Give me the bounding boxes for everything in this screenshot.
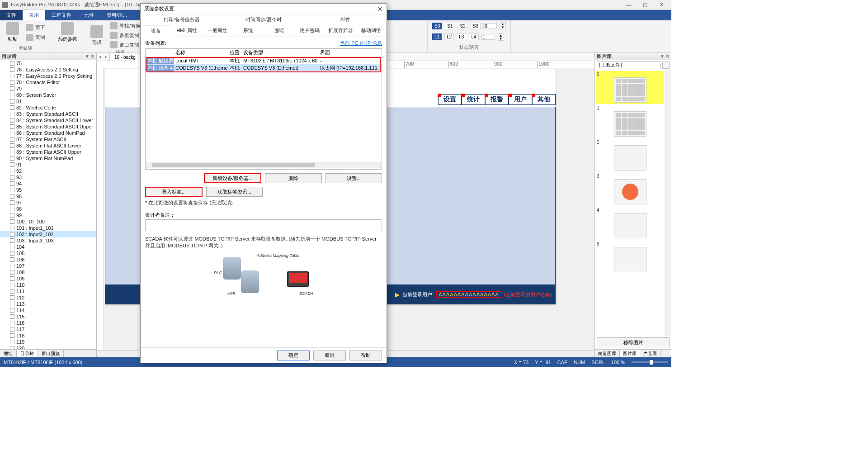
tree-item[interactable]: 79 [0,85,96,92]
thumbnail[interactable]: 5 [596,241,664,274]
search-icon[interactable] [662,62,670,69]
tree-item[interactable]: 95 [0,187,96,193]
spin-icon[interactable]: ▲▼ [500,22,506,29]
tree-item[interactable]: 114 [0,307,96,313]
sysparam-button[interactable]: 系统参数 [55,21,80,43]
copy-button[interactable]: 复制 [24,33,47,42]
tree-tab-address[interactable]: 地址 [0,350,17,357]
tree-item[interactable]: 82 : Wechat Code [0,104,96,111]
tree-item[interactable]: 99 [0,212,96,218]
tree-item[interactable]: 77 : EasyAccess 2.0 Proxy Setting [0,73,96,79]
tree-tab-preview[interactable]: 窗口预览 [38,350,64,357]
hmi-tab-user[interactable]: 用户 [509,94,532,105]
tree-item[interactable]: 120 [0,345,96,349]
tree-item[interactable]: 98 [0,206,96,212]
piclib-tab-picture[interactable]: 图片库 [620,350,640,357]
tree-item[interactable]: 101 : Input1_101 [0,225,96,231]
table-hscroll[interactable] [146,162,381,168]
tree-list[interactable]: 7576 : EasyAccess 2.0 Setting77 : EasyAc… [0,60,96,349]
thumb-scrollbar[interactable] [665,70,671,336]
select-tool-button[interactable]: 选择 [88,24,106,47]
tree-item[interactable]: 117 [0,326,96,332]
thumbnail[interactable]: 2 [596,139,664,172]
hmi-tab-other[interactable]: 其他 [532,94,556,105]
thumbnail-list[interactable]: 012345 [595,70,665,336]
tab-timesync[interactable]: 时间同步/夏令时 [222,14,304,25]
lang-l4[interactable]: L4 [469,33,478,40]
tree-tab-tree[interactable]: 目录树 [17,350,38,357]
tree-item[interactable]: 116 [0,320,96,326]
panel-close-icon[interactable]: ✕ [90,53,94,59]
state-s0[interactable]: S0 [432,23,442,29]
table-row[interactable]: 本机 触摸屏 Local HMI 本机 MT8102iE / MT8106iE … [146,57,382,64]
thumbnail[interactable]: 0 [596,71,664,104]
tab-ext[interactable]: 扩展存贮器 [325,25,356,37]
tree-item[interactable]: 96 [0,193,96,199]
tree-item[interactable]: 105 [0,250,96,256]
add-device-button[interactable]: 新增设备/服务器... [204,173,261,183]
tree-item[interactable]: 113 [0,301,96,307]
tab-system[interactable]: 系统 [233,25,264,37]
tree-item[interactable]: 108 [0,269,96,275]
tree-item[interactable]: 90 : System Flat NumPad [0,155,96,161]
thumbnail[interactable]: 4 [596,207,664,240]
state-s1[interactable]: S1 [445,23,455,29]
ok-button[interactable]: 确定 [277,351,310,360]
tree-item[interactable]: 80 : Screen Saver [0,92,96,98]
lang-l2[interactable]: L2 [444,33,454,40]
device-settings-button[interactable]: 设置... [326,173,382,183]
lang-value[interactable] [481,34,495,40]
help-button[interactable]: 帮助 [349,351,382,360]
tab-mail[interactable]: 邮件 [305,14,387,25]
tab-mobile[interactable]: 移动网络 [356,25,387,37]
tree-item[interactable]: 104 [0,244,96,250]
ribbon-tab-common[interactable]: 常用 [23,10,45,20]
tree-item[interactable]: 91 [0,161,96,168]
hmi-tab-stats[interactable]: 统计 [462,94,485,105]
piclib-tab-vector[interactable]: 向量图库 [595,350,620,357]
fetch-tags-button[interactable]: 获取标签资讯... [206,187,263,197]
tree-item[interactable]: 112 [0,294,96,301]
tree-item[interactable]: 81 [0,98,96,104]
ribbon-tab-project[interactable]: 工程文件 [45,10,78,20]
tree-item[interactable]: 106 [0,256,96,263]
hmi-tab-alarm[interactable]: 报警 [485,94,509,105]
ribbon-tab-data[interactable]: 资料/历... [100,10,133,20]
doc-tab[interactable]: 10 - backg [109,53,141,61]
device-table[interactable]: 名称 位置 设备类型 界面 本机 触摸屏 Local HMI 本机 MT8102… [145,48,382,170]
pin-icon[interactable]: ▾ [661,53,664,59]
tab-device[interactable]: 设备 [141,25,171,37]
import-tags-button[interactable]: 导入标签... [145,187,203,197]
state-s3[interactable]: S3 [471,23,481,29]
tab-remote[interactable]: 远端 [264,25,294,37]
cut-button[interactable]: 剪下 [24,23,47,32]
tree-item[interactable]: 102 : Input2_102 [0,231,96,237]
cancel-button[interactable]: 取消 [313,351,346,360]
pin-icon[interactable]: ▾ [86,53,89,59]
state-s2[interactable]: S2 [458,23,468,29]
thumbnail[interactable]: 3 [596,173,664,206]
minimize-button[interactable]: — [621,0,637,10]
tree-item[interactable]: 86 : System Standard NumPad [0,130,96,136]
tree-item[interactable]: 92 [0,168,96,174]
tree-item[interactable]: 94 [0,180,96,187]
memo-input[interactable] [145,219,382,231]
lang-l3[interactable]: L3 [457,33,466,40]
lang-l1[interactable]: L1 [432,33,442,40]
dialog-titlebar[interactable]: 系统参数设置 ✕ [141,4,387,14]
close-button[interactable]: ✕ [653,0,670,10]
tree-item[interactable]: 83 : System Standard ASCII [0,111,96,117]
piclib-combo[interactable]: [ 工程文件 ] [597,61,660,69]
tree-item[interactable]: 87 : System Flat ASCII [0,136,96,142]
ribbon-tab-file[interactable]: 文件 [0,10,23,20]
tab-hmi[interactable]: HMI 属性 [171,25,202,37]
paste-button[interactable]: 粘贴 [4,21,22,43]
tab-print[interactable]: 打印/备份服务器 [141,14,222,25]
tab-password[interactable]: 用户密码 [294,25,325,37]
spin-icon[interactable]: ▲▼ [498,33,504,41]
delete-device-button[interactable]: 删除 [265,173,321,183]
tree-item[interactable]: 97 [0,199,96,206]
tree-item[interactable]: 84 : System Standard ASCII Lower [0,117,96,123]
tree-item[interactable]: 89 : System Flat ASCII Upper [0,149,96,155]
tree-item[interactable]: 75 [0,60,96,66]
